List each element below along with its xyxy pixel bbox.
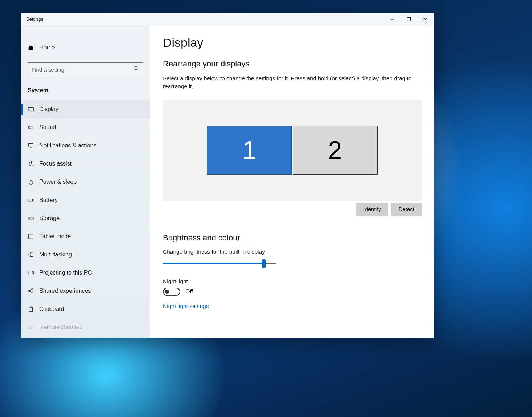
storage-icon <box>28 215 39 222</box>
svg-rect-1 <box>407 17 411 21</box>
titlebar: Settings <box>21 13 434 25</box>
brightness-slider[interactable] <box>163 259 276 268</box>
detect-button[interactable]: Detect <box>391 203 422 216</box>
window-controls <box>384 13 434 25</box>
sidebar-item-label: Sound <box>39 124 56 131</box>
sidebar-item-label: Multi-tasking <box>39 251 72 258</box>
sidebar-item-label: Storage <box>39 215 60 222</box>
battery-icon <box>28 197 39 203</box>
home-nav[interactable]: Home <box>21 39 150 57</box>
display-arrangement-area[interactable]: 1 2 <box>163 100 422 201</box>
close-button[interactable] <box>417 13 434 25</box>
sidebar-item-projecting[interactable]: Projecting to this PC <box>21 264 150 282</box>
svg-rect-12 <box>33 200 33 201</box>
sidebar-item-label: Remote Desktop <box>39 324 82 331</box>
sound-icon <box>28 124 39 131</box>
svg-line-26 <box>30 290 32 291</box>
display-1[interactable]: 1 <box>207 126 292 175</box>
slider-fill <box>163 263 264 264</box>
remote-icon <box>28 324 39 331</box>
sidebar-item-shared-experiences[interactable]: Shared experiences <box>21 282 150 300</box>
night-light-label: Night light <box>163 278 421 285</box>
home-label: Home <box>39 44 55 51</box>
sidebar-item-clipboard[interactable]: Clipboard <box>21 300 150 318</box>
window-body: Home System Display <box>21 25 434 338</box>
svg-point-24 <box>32 289 33 290</box>
sidebar-item-focus-assist[interactable]: Focus assist <box>21 155 150 173</box>
window-title: Settings <box>26 16 43 22</box>
sidebar-item-storage[interactable]: Storage <box>21 209 150 227</box>
sidebar-item-label: Display <box>39 106 58 113</box>
toggle-knob <box>165 290 169 294</box>
desktop-background: Settings Home <box>0 0 532 417</box>
sidebar-item-label: Power & sleep <box>39 179 77 185</box>
sidebar-item-label: Shared experiences <box>39 288 91 294</box>
brightness-slider-label: Change brightness for the built-in displ… <box>163 248 421 255</box>
svg-rect-8 <box>29 144 33 147</box>
svg-rect-22 <box>28 271 32 274</box>
slider-thumb[interactable] <box>262 259 266 268</box>
display-2[interactable]: 2 <box>293 126 378 175</box>
project-icon <box>28 270 39 276</box>
moon-icon <box>28 161 39 167</box>
page-title: Display <box>163 36 421 50</box>
minimize-button[interactable] <box>384 13 400 25</box>
night-light-toggle[interactable] <box>163 288 180 296</box>
sidebar-item-label: Clipboard <box>39 306 64 312</box>
sidebar-item-tablet-mode[interactable]: Tablet mode <box>21 227 150 246</box>
night-light-toggle-row: Off <box>163 288 421 296</box>
svg-rect-11 <box>28 199 33 201</box>
slider-track <box>163 263 276 264</box>
share-icon <box>28 288 39 294</box>
svg-point-25 <box>32 292 33 293</box>
arrange-actions: Identify Detect <box>163 201 422 216</box>
identify-button[interactable]: Identify <box>356 203 388 216</box>
sidebar-item-multitasking[interactable]: Multi-tasking <box>21 246 150 264</box>
sidebar-item-remote-desktop[interactable]: Remote Desktop <box>21 318 150 336</box>
svg-rect-20 <box>30 252 33 254</box>
multitask-icon <box>28 251 39 258</box>
power-icon <box>28 179 39 185</box>
sidebar-item-power-sleep[interactable]: Power & sleep <box>21 173 150 191</box>
sidebar-item-label: Battery <box>39 197 58 203</box>
display-id: 2 <box>328 136 342 165</box>
sidebar: Home System Display <box>21 25 150 338</box>
tablet-icon <box>28 233 39 240</box>
rearrange-description: Select a display below to change the set… <box>163 74 421 91</box>
svg-rect-6 <box>28 108 33 111</box>
sidebar-item-label: Focus assist <box>39 161 72 167</box>
search-icon <box>133 66 139 73</box>
svg-rect-15 <box>29 234 33 239</box>
settings-window: Settings Home <box>21 13 434 338</box>
sidebar-item-sound[interactable]: Sound <box>21 118 150 137</box>
sidebar-item-label: Notifications & actions <box>39 142 96 149</box>
notifications-icon <box>28 142 39 149</box>
rearrange-title: Rearrange your displays <box>163 59 421 69</box>
svg-point-4 <box>134 66 137 70</box>
sidebar-category: System <box>21 82 150 100</box>
search-input[interactable] <box>32 66 133 73</box>
sidebar-item-battery[interactable]: Battery <box>21 191 150 209</box>
night-light-settings-link[interactable]: Night light settings <box>163 303 421 309</box>
svg-rect-21 <box>30 255 33 257</box>
sidebar-item-label: Tablet mode <box>39 233 71 240</box>
brightness-title: Brightness and colour <box>163 233 421 243</box>
night-light-state: Off <box>185 288 193 295</box>
display-id: 1 <box>242 136 257 165</box>
svg-point-14 <box>29 218 29 219</box>
svg-point-23 <box>29 290 30 292</box>
sidebar-item-display[interactable]: Display <box>21 100 150 118</box>
search-box[interactable] <box>28 62 143 76</box>
svg-line-5 <box>137 69 138 71</box>
main-inner: Display Rearrange your displays Select a… <box>150 25 434 324</box>
maximize-button[interactable] <box>400 13 417 25</box>
display-icon <box>28 106 39 113</box>
main-content[interactable]: Display Rearrange your displays Select a… <box>150 25 434 338</box>
home-icon <box>28 44 39 51</box>
clipboard-icon <box>28 306 39 312</box>
sidebar-item-notifications[interactable]: Notifications & actions <box>21 137 150 155</box>
sidebar-item-label: Projecting to this PC <box>39 270 92 276</box>
svg-line-27 <box>30 291 32 292</box>
